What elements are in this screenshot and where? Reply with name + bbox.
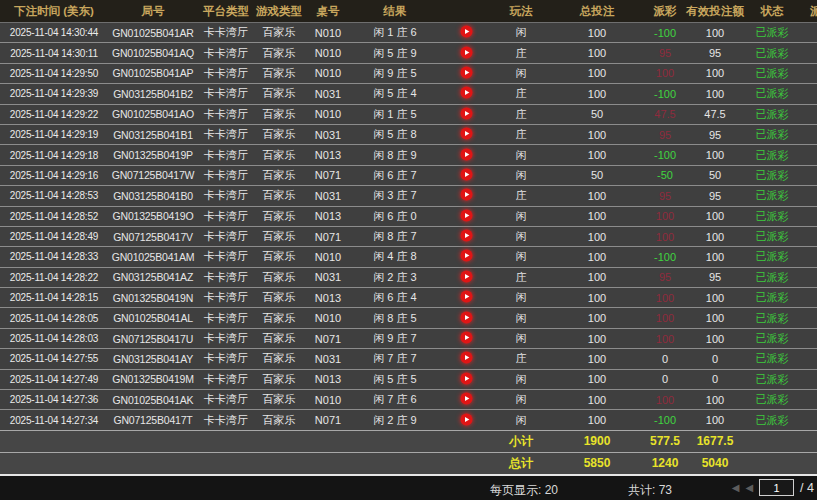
cell-play-method: 庄 [494,86,548,101]
first-page-button[interactable]: ◀ [732,479,740,497]
replay-button[interactable] [460,270,473,283]
cell-bet-time: 2025-11-04 14:29:18 [0,150,108,161]
subtotal-row: 小计 1900 577.5 1677.5 [0,430,817,452]
replay-button[interactable] [460,351,473,364]
cell-result: 闲 8 庄 5 [352,311,438,326]
replay-button[interactable] [460,249,473,262]
cell-valid-bet: 0 [684,353,746,365]
cell-round-id: GN03125B041B0 [108,190,198,202]
replay-button[interactable] [460,392,473,405]
cell-round-id: GN03125B041AZ [108,271,198,283]
cell-game-type: 百家乐 [254,331,304,346]
replay-button[interactable] [460,25,473,38]
cell-round-id: GN01025B041AL [108,312,198,324]
replay-button[interactable] [460,372,473,385]
cell-valid-bet: 100 [684,27,746,39]
cell-table-no: N010 [304,108,352,120]
table-row: 2025-11-04 14:27:55 GN03125B041AY 卡卡湾厅 百… [0,348,817,368]
cell-status: 已派彩 [746,331,798,346]
cell-play-method: 闲 [494,25,548,40]
cell-result: 闲 5 庄 5 [352,372,438,387]
replay-button[interactable] [460,188,473,201]
cell-round-id: GN01025B041AK [108,394,198,406]
cell-bet-time: 2025-11-04 14:28:03 [0,333,108,344]
cell-platform: 卡卡湾厅 [198,107,254,122]
play-icon [460,46,473,59]
replay-button[interactable] [460,209,473,222]
total-total-bet: 5850 [548,456,646,470]
total-row: 总计 5850 1240 5040 [0,452,817,474]
cell-payout: -100 [646,414,684,426]
replay-button[interactable] [460,148,473,161]
cell-platform: 卡卡湾厅 [198,249,254,264]
cell-bet-time: 2025-11-04 14:29:39 [0,88,108,99]
replay-button[interactable] [460,331,473,344]
cell-bet-time: 2025-11-04 14:28:15 [0,292,108,303]
replay-button[interactable] [460,107,473,120]
cell-round-id: GN01025B041AP [108,67,198,79]
cell-play-method: 庄 [494,107,548,122]
play-icon [460,290,473,303]
cell-payout: -100 [646,88,684,100]
cell-platform: 卡卡湾厅 [198,229,254,244]
cell-result: 闲 6 庄 4 [352,290,438,305]
cell-platform: 卡卡湾厅 [198,392,254,407]
cell-bet-time: 2025-11-04 14:28:52 [0,211,108,222]
cell-status: 已派彩 [746,351,798,366]
cell-platform: 卡卡湾厅 [198,127,254,142]
replay-button[interactable] [460,86,473,99]
play-icon [460,168,473,181]
cell-play-method: 闲 [494,392,548,407]
play-icon [460,249,473,262]
cell-round-id: GN01025B041AM [108,251,198,263]
cell-table-no: N031 [304,129,352,141]
cell-play-method: 庄 [494,270,548,285]
cell-round-id: GN07125B0417V [108,231,198,243]
cell-table-no: N071 [304,333,352,345]
cell-game-type: 百家乐 [254,290,304,305]
cell-valid-bet: 47.5 [684,108,746,120]
cell-status: 已派彩 [746,311,798,326]
cell-platform: 卡卡湾厅 [198,25,254,40]
cell-table-no: N010 [304,67,352,79]
cell-result: 闲 9 庄 5 [352,66,438,81]
play-icon [460,148,473,161]
page-number-input[interactable] [759,479,794,496]
cell-round-id: GN01025B041AR [108,27,198,39]
replay-button[interactable] [460,290,473,303]
cell-total-bet: 100 [548,231,646,243]
replay-button[interactable] [460,229,473,242]
pagination-bar: 每页显示: 20 共计: 73 ◀ ◀ / 4 [0,474,817,500]
cell-payout: 100 [646,333,684,345]
table-row: 2025-11-04 14:30:44 GN01025B041AR 卡卡湾厅 百… [0,22,817,42]
cell-result: 闲 4 庄 8 [352,249,438,264]
column-header-table-no: 桌号 [304,4,352,19]
cell-status: 已派彩 [746,168,798,183]
cell-valid-bet: 100 [684,231,746,243]
cell-status: 已派彩 [746,25,798,40]
cell-table-no: N010 [304,251,352,263]
cell-table-no: N013 [304,210,352,222]
replay-button[interactable] [460,311,473,324]
replay-button[interactable] [460,46,473,59]
cell-result: 闲 3 庄 7 [352,188,438,203]
cell-payout: 0 [646,373,684,385]
cell-payout: 47.5 [646,108,684,120]
cell-play-method: 庄 [494,127,548,142]
replay-button[interactable] [460,66,473,79]
cell-payout: 95 [646,47,684,59]
cell-payout: -100 [646,149,684,161]
cell-platform: 卡卡湾厅 [198,168,254,183]
cell-status: 已派彩 [746,188,798,203]
prev-page-button[interactable]: ◀ [745,479,753,497]
replay-button[interactable] [460,168,473,181]
cell-bet-time: 2025-11-04 14:30:11 [0,48,108,59]
cell-total-bet: 100 [548,210,646,222]
cell-bet-time: 2025-11-04 14:29:22 [0,109,108,120]
cell-table-no: N010 [304,312,352,324]
cell-round-id: GN01325B0419M [108,373,198,385]
replay-button[interactable] [460,413,473,426]
cell-status: 已派彩 [746,372,798,387]
replay-button[interactable] [460,127,473,140]
cell-play-method: 闲 [494,229,548,244]
